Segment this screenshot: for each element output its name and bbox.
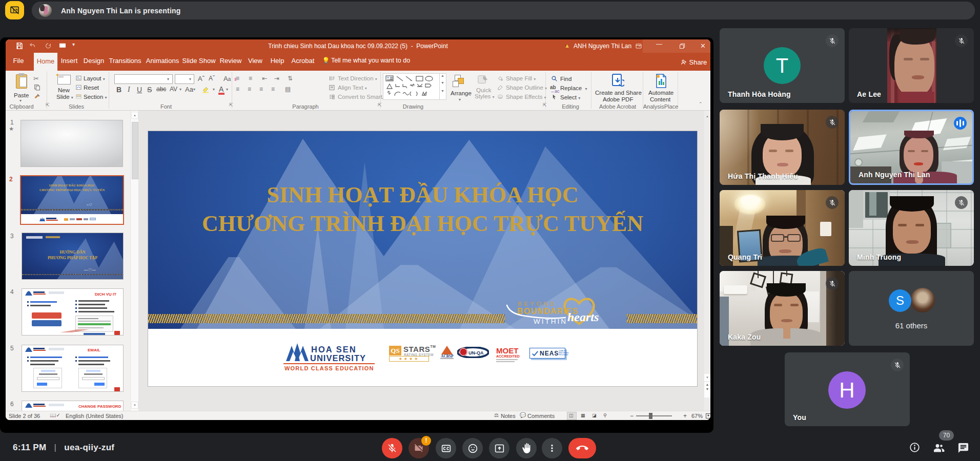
svg-text:UN-QA: UN-QA [468, 350, 484, 355]
